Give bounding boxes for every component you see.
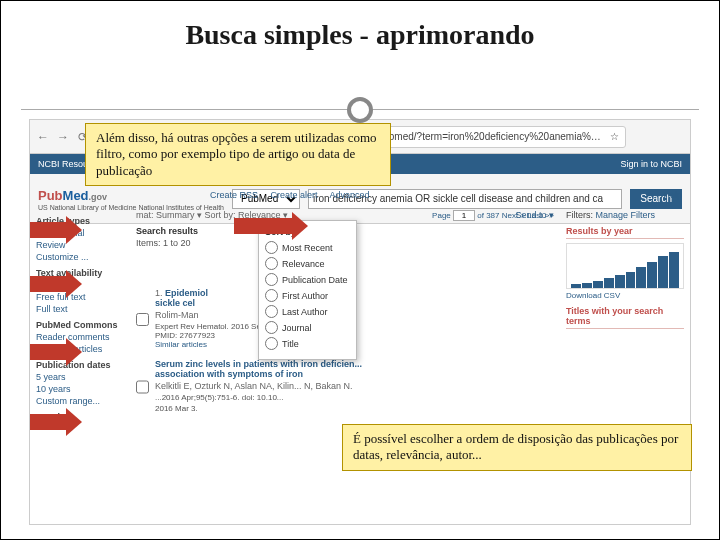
search-sublinks: Create RSS Create alert Advanced: [210, 190, 380, 200]
sort-most-recent[interactable]: Most Recent: [265, 241, 348, 254]
ncbi-signin[interactable]: Sign in to NCBI: [620, 159, 682, 169]
link-create-alert[interactable]: Create alert: [271, 190, 318, 200]
result-subtitle[interactable]: association with symptoms of iron: [155, 369, 554, 379]
arrow-icon: [234, 212, 308, 240]
manage-filters-link[interactable]: Manage Filters: [596, 210, 656, 220]
filter-heading-pubmed-commons: PubMed Commons: [36, 320, 124, 330]
pager-next[interactable]: Next >: [502, 211, 525, 220]
pager-label: Page: [432, 211, 451, 220]
filter-customize[interactable]: Customize ...: [36, 252, 124, 262]
pager: Page of 387 Next > Last >>: [432, 210, 554, 221]
result-authors: Kelkitli E, Ozturk N, Aslan NA, Kilin...…: [155, 381, 554, 391]
logo-med: Med: [63, 188, 89, 203]
result-checkbox[interactable]: [136, 361, 149, 413]
result-2: Serum zinc levels in patients with iron …: [136, 359, 554, 413]
slide-title: Busca simples - aprimorando: [1, 1, 719, 57]
sort-publication-date[interactable]: Publication Date: [265, 273, 348, 286]
arrow-icon: [29, 338, 82, 366]
filter-5-years[interactable]: 5 years: [36, 372, 124, 382]
sort-title[interactable]: Title: [265, 337, 348, 350]
results-by-year-heading: Results by year: [566, 226, 684, 239]
download-csv-link[interactable]: Download CSV: [566, 291, 684, 300]
filter-10-years[interactable]: 10 years: [36, 384, 124, 394]
back-icon[interactable]: ←: [36, 130, 50, 144]
pager-last[interactable]: Last >>: [527, 211, 554, 220]
filter-full-text[interactable]: Full text: [36, 304, 124, 314]
result-citation: ...2016 Apr;95(5):751-6. doi: 10.10...: [155, 393, 554, 402]
filter-custom-range[interactable]: Custom range...: [36, 396, 124, 406]
filters-label: Filters:: [566, 210, 593, 220]
arrow-icon: [29, 408, 82, 436]
arrow-icon: [29, 270, 82, 298]
link-advanced[interactable]: Advanced: [330, 190, 370, 200]
result-title[interactable]: Serum zinc levels in patients with iron …: [155, 359, 554, 369]
result-number: 1.: [155, 288, 163, 298]
title-ornament: [347, 97, 373, 123]
sort-journal[interactable]: Journal: [265, 321, 348, 334]
right-sidebar: Filters: Manage Filters Results by year …: [560, 206, 690, 524]
results-center: mat: Summary ▾ Sort by: Relevance ▾ Send…: [130, 206, 560, 524]
link-help[interactable]: Help: [663, 190, 682, 200]
logo-pub: Pub: [38, 188, 63, 203]
pager-total: of 387: [477, 211, 499, 220]
sort-popup: Sort by Most Recent Relevance Publicatio…: [258, 220, 357, 360]
sort-first-author[interactable]: First Author: [265, 289, 348, 302]
titles-with-terms-heading: Titles with your search terms: [566, 306, 684, 329]
results-body: Article types Clinical Trial Review Cust…: [30, 206, 690, 524]
pager-current[interactable]: [453, 210, 475, 221]
arrow-icon: [29, 216, 82, 244]
year-histogram[interactable]: [566, 243, 684, 289]
result-checkbox[interactable]: [136, 290, 149, 349]
sort-relevance[interactable]: Relevance: [265, 257, 348, 270]
star-icon[interactable]: ☆: [610, 131, 619, 142]
logo-gov: .gov: [89, 192, 108, 202]
result-title[interactable]: Epidemiol: [165, 288, 208, 298]
callout-sort: É possível escolher a ordem de disposiçã…: [342, 424, 692, 471]
callout-filters: Além disso, há outras opções a serem uti…: [85, 123, 391, 186]
result-citation2: 2016 Mar 3.: [155, 404, 554, 413]
link-create-rss[interactable]: Create RSS: [210, 190, 258, 200]
sort-last-author[interactable]: Last Author: [265, 305, 348, 318]
forward-icon[interactable]: →: [56, 130, 70, 144]
